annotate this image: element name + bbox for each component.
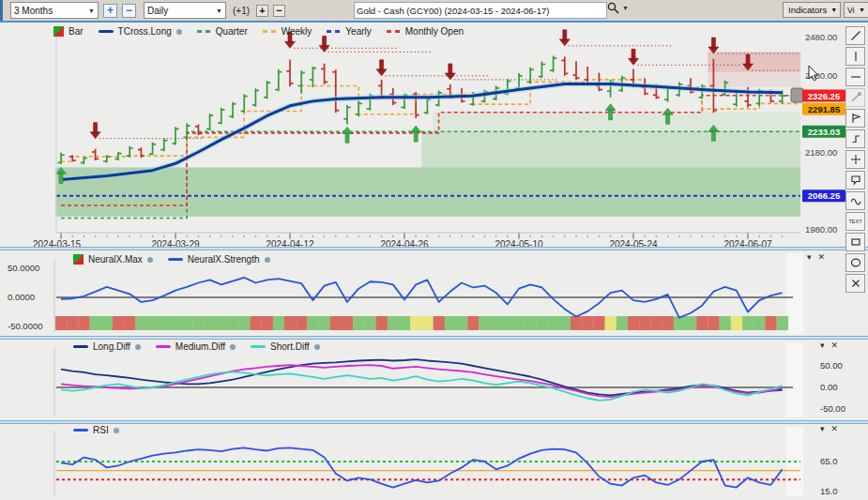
legend-label: Medium.Diff — [175, 341, 225, 352]
panel-separator[interactable] — [0, 247, 868, 250]
rsi-line — [61, 447, 783, 487]
search-icon[interactable] — [607, 2, 619, 14]
collapse-panel-icon[interactable]: ▾ — [820, 424, 825, 433]
legend-label: Quarter — [216, 26, 248, 37]
legend-item-bar[interactable]: Bar — [53, 26, 84, 37]
neuralx-max-cell — [525, 316, 536, 330]
pointer-flag-tool-button[interactable] — [845, 109, 865, 128]
vertical-line-tool-button[interactable] — [845, 47, 865, 66]
info-dot-icon[interactable] — [135, 344, 141, 350]
legend-label: Short.Diff — [270, 341, 310, 352]
legend-item-medium-diff[interactable]: Medium.Diff — [156, 341, 236, 352]
info-dot-icon[interactable] — [176, 29, 182, 35]
neuralx-max-cell — [192, 316, 204, 330]
legend-item-short-diff[interactable]: Short.Diff — [251, 341, 320, 352]
minor-tick — [415, 235, 417, 237]
minor-tick — [553, 235, 555, 237]
rectangle-tool-button[interactable] — [845, 233, 865, 251]
minor-tick — [701, 235, 703, 237]
price-badge-label: 2326.25 — [808, 91, 841, 101]
neuralx-max-cell — [90, 316, 101, 330]
text-tool-button[interactable]: TEXT — [845, 212, 865, 231]
close-tool-button[interactable] — [845, 274, 865, 293]
close-panel-icon[interactable]: ✕ — [831, 341, 839, 350]
line-tool-button[interactable] — [845, 26, 865, 45]
line-tool-icon — [850, 30, 861, 41]
sell-arrow-icon — [445, 64, 455, 80]
minor-tick — [117, 235, 119, 237]
range-zoom-in-button[interactable]: + — [103, 4, 117, 18]
line-swatch-icon — [251, 345, 266, 348]
crosshair-tool-icon — [850, 154, 861, 165]
bar-remove-button[interactable]: − — [273, 5, 285, 17]
rsi-panel-chart[interactable]: 65.015.0 — [0, 423, 868, 500]
sell-arrow-icon — [90, 123, 100, 139]
close-panel-icon[interactable]: ✕ — [831, 424, 839, 433]
neuralx-max-cell — [696, 316, 708, 330]
minor-tick — [736, 235, 738, 237]
main-price-chart[interactable]: 2480.002380.002180.001980.002326.252291.… — [0, 23, 845, 251]
wave-tool-button[interactable] — [845, 191, 865, 210]
info-dot-icon[interactable] — [147, 257, 153, 263]
collapse-panel-icon[interactable]: ▾ — [820, 341, 825, 350]
range-zoom-out-button[interactable]: − — [122, 4, 136, 18]
info-dot-icon[interactable] — [114, 428, 119, 433]
neuralx-panel-legend: NeuralX.MaxNeuralX.Strength — [73, 254, 270, 265]
step-line-tool-button[interactable] — [845, 129, 865, 148]
neuralx-max-cell — [67, 316, 78, 330]
y-tick-label: 15.0 — [820, 486, 838, 496]
indicators-button[interactable]: Indicators ▼ — [783, 2, 841, 18]
legend-item-tcross-long[interactable]: TCross.Long — [99, 26, 182, 37]
search-caret-icon[interactable]: ▼ — [622, 5, 629, 11]
neuralx-max-cell — [273, 316, 284, 330]
current-bar-marker[interactable] — [791, 88, 803, 102]
info-dot-icon[interactable] — [265, 257, 270, 263]
horizontal-line-tool-button[interactable] — [845, 68, 865, 86]
vertical-line-tool-icon — [850, 51, 861, 62]
ellipse-tool-button[interactable] — [845, 253, 865, 272]
legend-item-neuralx-max[interactable]: NeuralX.Max — [73, 254, 153, 265]
legend-item-weekly[interactable]: Weekly — [263, 26, 312, 37]
callout-tool-button[interactable] — [845, 171, 865, 189]
sell-arrow-icon — [708, 38, 719, 53]
neuralx-max-cell — [135, 316, 146, 330]
legend-item-rsi[interactable]: RSI — [73, 425, 119, 435]
close-panel-icon[interactable]: ✕ — [818, 252, 826, 262]
minor-tick — [656, 235, 658, 237]
neuralx-max-cell — [650, 316, 662, 330]
minor-tick — [381, 235, 383, 237]
neuralx-max-cell — [250, 316, 261, 330]
neuralx-max-cell — [434, 316, 445, 330]
neuralx-max-cell — [456, 316, 467, 330]
collapse-panel-icon[interactable]: ▾ — [807, 252, 812, 262]
crosshair-tool-button[interactable] — [845, 150, 865, 169]
diff-panel-controls: ▾ ✕ — [820, 341, 838, 350]
legend-item-yearly[interactable]: Yearly — [327, 26, 371, 37]
neuralx-max-cell — [147, 316, 159, 330]
range-select[interactable]: 3 Months ▼ — [10, 2, 99, 19]
legend-item-neuralx-strength[interactable]: NeuralX.Strength — [168, 254, 270, 265]
close-tool-icon — [850, 278, 861, 289]
bar-add-button[interactable]: + — [256, 5, 268, 17]
legend-item-quarter[interactable]: Quarter — [197, 26, 248, 37]
period-select[interactable]: Daily ▼ — [144, 2, 226, 19]
symbol-title-input[interactable] — [354, 2, 607, 19]
views-button[interactable]: Views ▼ — [844, 2, 868, 18]
info-dot-icon[interactable] — [314, 344, 320, 350]
neuralx-max-cell — [445, 316, 456, 330]
cursor-column-highlight — [786, 253, 803, 334]
neuralx-max-cell — [639, 316, 650, 330]
line-swatch-icon — [168, 258, 183, 261]
neuralx-max-cell — [227, 316, 238, 330]
sell-arrow-icon — [319, 36, 329, 52]
info-dot-icon[interactable] — [230, 344, 236, 350]
sell-arrow-icon — [629, 49, 639, 65]
legend-item-monthly-open[interactable]: Monthly Open — [387, 26, 464, 37]
neuralx-max-cell — [708, 316, 719, 330]
minor-tick — [690, 235, 692, 237]
minor-tick — [129, 235, 130, 237]
dash-swatch-icon — [387, 30, 401, 33]
legend-item-long-diff[interactable]: Long.Diff — [73, 341, 141, 352]
minor-tick — [610, 235, 612, 237]
neuralx-max-cell — [262, 316, 273, 330]
